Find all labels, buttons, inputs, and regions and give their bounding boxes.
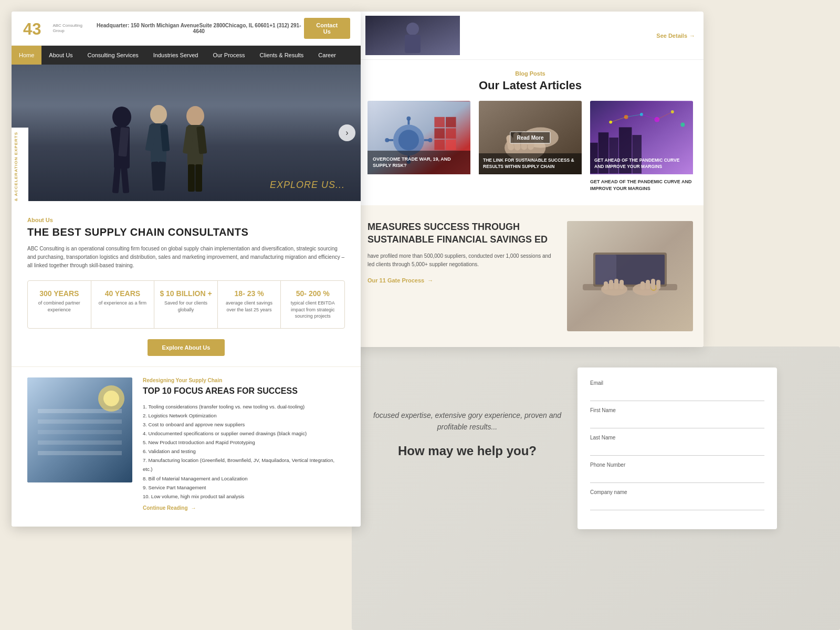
svg-rect-78 [604, 281, 608, 290]
svg-point-34 [406, 117, 411, 121]
focus-item-2: Logistics Network Optimization [143, 411, 345, 420]
nav-item-career[interactable]: Career [311, 46, 343, 65]
focus-item-1: Tooling considerations (transfer tooling… [143, 402, 345, 411]
svg-rect-45 [434, 140, 445, 150]
arrow-right-icon: → [427, 277, 433, 284]
stat-number-5: 50- 200 % [286, 289, 339, 298]
company-label: Company name [590, 489, 764, 495]
success-image [567, 221, 693, 331]
article-image-2: Read More THE LINK FOR SUSTAINABLE SUCCE… [479, 101, 582, 174]
stat-item-4: 18- 23 % average client savings over the… [218, 281, 281, 328]
svg-rect-12 [157, 162, 166, 191]
process-link[interactable]: Our 11 Gate Process → [368, 277, 556, 284]
article-overlay-1: OVERCOME TRADE WAR, 19, AND SUPPLY RISK? [368, 151, 470, 174]
hq-label: Headquarter: [97, 23, 129, 28]
success-section: MEASURES SUCCESS THROUGH SUSTAINABLE FIN… [357, 205, 704, 347]
blog-top-bar: See Details → [357, 12, 704, 60]
svg-rect-85 [656, 280, 660, 289]
svg-rect-17 [188, 164, 195, 192]
contact-tagline: focused expertise, extensive gory experi… [368, 410, 567, 433]
lastname-input[interactable] [590, 443, 764, 456]
focus-list: Tooling considerations (transfer tooling… [143, 402, 345, 501]
svg-rect-21 [38, 419, 122, 424]
svg-point-13 [186, 106, 204, 126]
blog-title: Our Latest Articles [368, 79, 693, 92]
stat-item-3: $ 10 BILLION + Saved for our clients glo… [154, 281, 218, 328]
svg-rect-84 [651, 279, 655, 289]
logo-area: 43 ABC Consulting Group [22, 17, 94, 40]
vertical-label: SUPPLY CHAIN DIVERSIFICATION & ACCELERAT… [12, 128, 28, 201]
nav-item-about[interactable]: About Us [41, 46, 80, 65]
hero-explore-text: EXPLORE US... [270, 180, 345, 191]
see-details-link[interactable]: See Details → [656, 33, 695, 39]
articles-grid: OVERCOME TRADE WAR, 19, AND SUPPLY RISK? [368, 101, 693, 192]
vertical-text: SUPPLY CHAIN DIVERSIFICATION & ACCELERAT… [14, 132, 19, 201]
firstname-input[interactable] [590, 415, 764, 428]
email-label: Email [590, 380, 764, 386]
contact-overlay-text: focused expertise, extensive gory experi… [357, 399, 578, 469]
svg-rect-42 [446, 117, 456, 128]
phone-label: Phone Number [590, 462, 764, 468]
svg-point-26 [103, 391, 119, 406]
svg-rect-74 [595, 255, 616, 285]
article-card-2[interactable]: Read More THE LINK FOR SUSTAINABLE SUCCE… [479, 101, 582, 192]
svg-rect-82 [640, 281, 645, 290]
success-content: MEASURES SUCCESS THROUGH SUSTAINABLE FIN… [368, 221, 556, 284]
stat-label-4: average client savings over the last 25 … [223, 300, 276, 313]
svg-text:43: 43 [23, 20, 41, 38]
blog-label: Blog Posts [368, 70, 693, 77]
email-input[interactable] [590, 388, 764, 401]
main-website-window: 43 ABC Consulting Group Headquarter: 150… [12, 12, 361, 527]
stat-number-3: $ 10 BILLION + [160, 289, 212, 298]
contact-form-panel: Email First Name Last Name Phone Number … [578, 368, 777, 529]
lastname-label: Last Name [590, 435, 764, 440]
focus-subtitle: Redesigning Your Supply Chain [143, 377, 345, 383]
svg-rect-24 [38, 451, 122, 455]
nav-item-clients[interactable]: Clients & Results [253, 46, 311, 65]
hero-next-arrow[interactable]: › [339, 124, 355, 141]
svg-rect-83 [646, 280, 650, 289]
stats-grid: 300 YEARS of combined partner experience… [27, 280, 345, 329]
stat-item-5: 50- 200 % typical client EBITDA impact f… [281, 281, 344, 328]
article-card-3[interactable]: GET AHEAD OF THE PANDEMIC CURVE AND IMPR… [590, 101, 693, 192]
nav-item-process[interactable]: Our Process [205, 46, 252, 65]
focus-image [27, 377, 132, 482]
svg-rect-46 [446, 140, 456, 150]
about-subtitle: About Us [27, 217, 345, 223]
svg-rect-6 [121, 166, 129, 193]
svg-rect-79 [609, 280, 613, 289]
continue-reading-link[interactable]: Continue Reading → [143, 505, 345, 511]
logo-icon: 43 [22, 17, 48, 40]
svg-point-38 [385, 138, 389, 142]
contact-us-button[interactable]: Contact Us [304, 18, 350, 39]
contact-question: How may we help you? [368, 444, 567, 458]
stat-label-1: of combined partner experience [33, 300, 86, 313]
hq-info: Headquarter: 150 North Michigan AvenueSu… [94, 23, 304, 34]
svg-rect-41 [434, 117, 445, 128]
focus-item-8: Bill of Material Management and Localiza… [143, 474, 345, 483]
nav-item-home[interactable]: Home [12, 46, 41, 65]
svg-rect-29 [405, 35, 421, 53]
svg-point-40 [428, 138, 433, 142]
article-card-1[interactable]: OVERCOME TRADE WAR, 19, AND SUPPLY RISK? [368, 101, 470, 192]
focus-item-7: Manufacturing location (Greenfield, Brow… [143, 456, 345, 474]
article-image-1: OVERCOME TRADE WAR, 19, AND SUPPLY RISK? [368, 101, 470, 174]
svg-rect-81 [620, 280, 624, 289]
svg-rect-18 [195, 164, 202, 192]
nav-item-industries[interactable]: Industries Served [146, 46, 206, 65]
phone-input[interactable] [590, 470, 764, 483]
svg-point-1 [112, 107, 131, 128]
nav-item-consulting[interactable]: Consulting Services [80, 46, 146, 65]
company-input[interactable] [590, 497, 764, 510]
explore-about-button[interactable]: Explore About Us [148, 339, 225, 356]
hero-section: SUPPLY CHAIN DIVERSIFICATION & ACCELERAT… [12, 65, 361, 201]
svg-rect-5 [112, 166, 121, 193]
about-title: THE BEST SUPPLY CHAIN CONSULTANTS [27, 226, 345, 238]
success-body: have profiled more than 500,000 supplier… [368, 252, 556, 269]
stat-item-1: 300 YEARS of combined partner experience [28, 281, 91, 328]
email-field-group: Email [590, 380, 764, 401]
stat-label-5: typical client EBITDA impact from strate… [286, 300, 339, 320]
read-more-button[interactable]: Read More [510, 132, 550, 144]
about-section: About Us THE BEST SUPPLY CHAIN CONSULTAN… [12, 201, 361, 366]
hero-people-illustration [54, 86, 264, 201]
